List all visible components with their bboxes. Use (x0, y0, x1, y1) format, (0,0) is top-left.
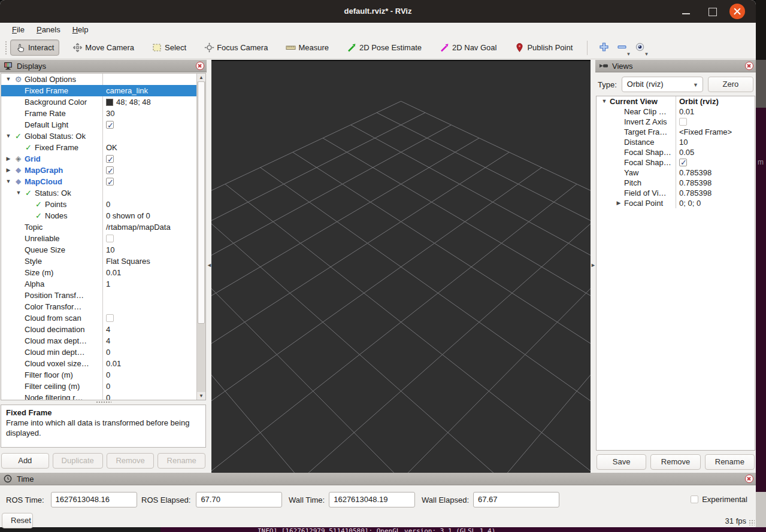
value-checkbox[interactable] (679, 159, 687, 166)
scroll-up-icon[interactable]: ▲ (197, 74, 205, 81)
property-value[interactable]: 0; 0; 0 (676, 198, 755, 208)
property-value[interactable]: Flat Squares (102, 256, 196, 267)
property-value[interactable] (102, 233, 196, 244)
tool-measure[interactable]: Measure (281, 40, 334, 55)
property-row[interactable]: Queue Size10 (1, 244, 196, 256)
property-row[interactable]: Fixed Framecamera_link (1, 85, 196, 96)
property-value[interactable]: 1 (102, 278, 196, 290)
property-value[interactable] (102, 290, 196, 301)
menu-help[interactable]: Help (66, 24, 95, 35)
time-close-icon[interactable] (745, 475, 753, 483)
property-value[interactable] (102, 74, 196, 85)
property-value[interactable]: OK (102, 142, 196, 153)
property-row[interactable]: Node filtering r…0 (1, 392, 196, 400)
property-row[interactable]: Cloud decimation4 (1, 324, 196, 335)
property-row[interactable]: Position Transf… (1, 290, 196, 301)
property-value[interactable] (676, 157, 755, 168)
property-row[interactable]: ▶Focal Point0; 0; 0 (597, 198, 755, 208)
property-row[interactable]: ▼✓Status: Ok (1, 187, 196, 199)
right-splitter[interactable]: ► (591, 60, 595, 473)
property-row[interactable]: Unreliable (1, 233, 196, 244)
property-row[interactable]: Cloud max dept…4 (1, 335, 196, 346)
property-row[interactable]: Filter ceiling (m)0 (1, 381, 196, 392)
property-row[interactable]: Cloud voxel size…0.01 (1, 358, 196, 369)
property-value[interactable]: <Fixed Frame> (676, 127, 755, 137)
property-value[interactable]: 0 (102, 199, 196, 210)
tool-2d-pose-estimate[interactable]: 2D Pose Estimate (342, 40, 426, 55)
collapse-arrow-icon[interactable]: ▼ (4, 130, 13, 142)
property-value[interactable] (102, 301, 196, 312)
property-row[interactable]: Near Clip …0.01 (597, 107, 755, 117)
tool-publish-point[interactable]: Publish Point (510, 40, 577, 55)
property-row[interactable]: StyleFlat Squares (1, 256, 196, 267)
property-row[interactable]: Size (m)0.01 (1, 267, 196, 278)
expand-arrow-icon[interactable]: ▶ (4, 153, 13, 165)
property-value[interactable] (102, 153, 196, 165)
property-value[interactable]: 10 (676, 137, 755, 147)
view-type-dropdown[interactable]: Orbit (rviz) ▼ (622, 77, 703, 92)
property-value[interactable]: 0 (102, 381, 196, 392)
property-row[interactable]: ✓Nodes0 shown of 0 (1, 210, 196, 221)
property-value[interactable]: camera_link (102, 85, 196, 96)
property-row[interactable]: ✓Fixed FrameOK (1, 142, 196, 153)
property-row[interactable]: Frame Rate30 (1, 108, 196, 119)
property-value[interactable]: /rtabmap/mapData (102, 221, 196, 233)
property-row[interactable]: Cloud from scan (1, 312, 196, 324)
value-checkbox[interactable] (106, 314, 114, 322)
add-button[interactable]: Add (1, 453, 49, 469)
property-row[interactable]: Focal Shap… (597, 157, 755, 168)
property-row[interactable]: Background Color48; 48; 48 (1, 96, 196, 108)
toolbar-drag-handle[interactable] (5, 41, 8, 55)
reset-button[interactable]: Reset (2, 513, 33, 528)
time-field-input[interactable]: 1627613048.19 (329, 492, 415, 507)
collapse-arrow-icon[interactable]: ▼ (600, 96, 608, 107)
property-row[interactable]: Target Fra…<Fixed Frame> (597, 127, 755, 137)
property-row[interactable]: Yaw0.785398 (597, 168, 755, 178)
time-field-input[interactable]: 67.70 (196, 492, 282, 507)
property-row[interactable]: Pitch0.785398 (597, 178, 755, 188)
property-value[interactable]: 0.01 (102, 267, 196, 278)
expand-arrow-icon[interactable]: ▶ (614, 198, 623, 208)
tool-interact[interactable]: Interact (10, 39, 59, 56)
views-close-icon[interactable] (745, 62, 753, 70)
time-panel-header[interactable]: Time (0, 473, 756, 485)
displays-close-icon[interactable] (196, 62, 204, 70)
value-checkbox[interactable] (679, 118, 687, 126)
property-value[interactable]: 0 (102, 346, 196, 358)
property-value[interactable]: 0 (102, 392, 196, 400)
property-value[interactable]: 0.785398 (676, 178, 755, 188)
value-checkbox[interactable] (106, 155, 114, 163)
value-checkbox[interactable] (106, 178, 114, 186)
splitter-handle[interactable] (96, 401, 111, 403)
property-value[interactable] (102, 312, 196, 324)
property-row[interactable]: Alpha1 (1, 278, 196, 290)
minimize-button[interactable] (680, 5, 692, 17)
tool-move-camera[interactable]: Move Camera (68, 40, 139, 55)
property-row[interactable]: Default Light (1, 119, 196, 130)
property-row[interactable]: Color Transfor… (1, 301, 196, 312)
property-value[interactable]: 4 (102, 335, 196, 346)
collapse-arrow-icon[interactable]: ▼ (4, 176, 13, 187)
property-value[interactable]: 0.01 (676, 107, 755, 117)
view-remove-button[interactable]: Remove (650, 454, 700, 470)
titlebar[interactable]: default.rviz* - RViz (0, 0, 756, 23)
property-value[interactable]: 30 (102, 108, 196, 119)
property-row[interactable]: ▶◆MapGraph (1, 165, 196, 176)
views-panel-header[interactable]: Views (595, 60, 756, 72)
property-row[interactable]: ▼✓Global Status: Ok (1, 130, 196, 142)
property-row[interactable]: Cloud min dept…0 (1, 346, 196, 358)
menu-panels[interactable]: Panels (31, 24, 66, 35)
value-checkbox[interactable] (106, 121, 114, 129)
maximize-button[interactable] (707, 5, 719, 17)
property-row[interactable]: Topic/rtabmap/mapData (1, 221, 196, 233)
left-splitter[interactable]: ◄ (207, 60, 211, 473)
time-field-input[interactable]: 1627613048.16 (51, 492, 137, 507)
property-value[interactable]: 0 shown of 0 (102, 210, 196, 221)
property-row[interactable]: ✓Points0 (1, 199, 196, 210)
property-value[interactable] (102, 119, 196, 130)
property-value[interactable]: 4 (102, 324, 196, 335)
scrollbar-thumb[interactable] (198, 81, 205, 324)
property-value[interactable]: 48; 48; 48 (102, 96, 196, 108)
tool-minus-icon[interactable]: ▼ (613, 39, 631, 56)
tool-select[interactable]: Select (147, 40, 191, 55)
